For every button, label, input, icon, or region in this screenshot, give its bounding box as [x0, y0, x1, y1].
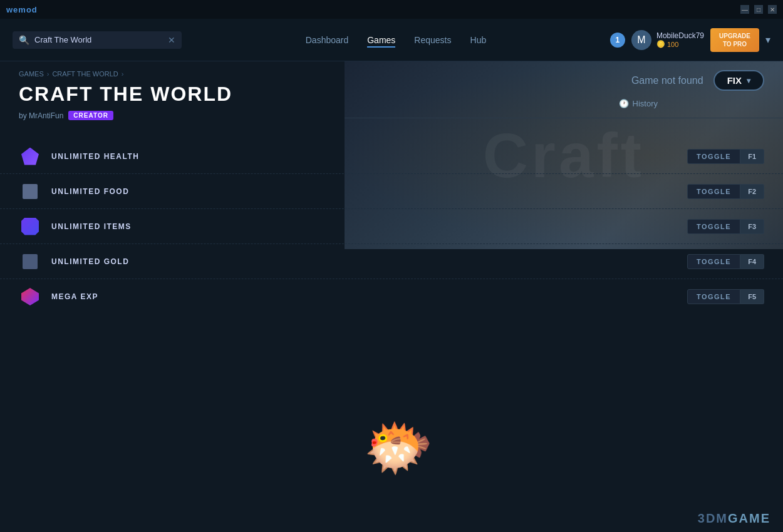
fix-chevron-icon: ▾ [747, 76, 750, 85]
content-area: Craft Game not found FIX ▾ 🕐 History GAM… [0, 61, 783, 532]
search-icon: 🔍 [19, 35, 29, 45]
app-logo: wemod [6, 5, 38, 14]
game-not-found-area: Game not found FIX ▾ [631, 70, 764, 91]
username: MobileDuck79 [656, 31, 704, 40]
window-controls: — □ ✕ [740, 5, 777, 14]
f2-key: F2 [740, 184, 764, 199]
avatar: M [631, 30, 651, 50]
header: 🔍 ✕ Dashboard Games Requests Hub 1 M Mob… [0, 19, 783, 61]
breadcrumb-sep-1: › [47, 70, 49, 78]
cheat-name-exp: MEGA EXP [51, 292, 706, 301]
toggle-label: TOGGLE [687, 149, 740, 164]
food-icon [19, 180, 41, 203]
toggle-label: TOGGLE [687, 184, 740, 199]
mascot-emoji: 🐡 [363, 419, 433, 476]
exp-keybind[interactable]: TOGGLE F5 [687, 289, 764, 304]
chevron-down-icon[interactable]: ▾ [765, 34, 770, 46]
gold-icon [19, 250, 41, 273]
items-icon [19, 215, 41, 238]
gold-keybind[interactable]: TOGGLE F4 [687, 254, 764, 269]
search-box[interactable]: 🔍 ✕ [13, 31, 182, 49]
f3-key: F3 [740, 219, 764, 234]
maximize-button[interactable]: □ [754, 5, 763, 14]
breadcrumb-games[interactable]: GAMES [19, 70, 44, 78]
toggle-label: TOGGLE [687, 254, 740, 269]
cheat-row-items: UNLIMITED ITEMS OFF TOGGLE F3 [0, 209, 783, 244]
health-keybind[interactable]: TOGGLE F1 [687, 149, 764, 164]
username-area: MobileDuck79 🪙 100 [656, 31, 704, 48]
coins-display: 🪙 100 [656, 40, 704, 48]
close-button[interactable]: ✕ [768, 5, 777, 14]
history-tab[interactable]: 🕐 History [619, 99, 658, 108]
nav-hub[interactable]: Hub [470, 33, 487, 48]
cheat-row-gold: UNLIMITED GOLD OFF TOGGLE F4 [0, 244, 783, 279]
cheat-row-food: UNLIMITED FOOD OFF TOGGLE F2 [0, 174, 783, 209]
minimize-button[interactable]: — [740, 5, 749, 14]
separator-line [345, 118, 783, 118]
cheat-name-gold: UNLIMITED GOLD [51, 257, 706, 266]
fix-button[interactable]: FIX ▾ [713, 70, 764, 91]
header-right: 1 M MobileDuck79 🪙 100 UPGRADE TO PRO ▾ [610, 28, 770, 52]
breadcrumb-current[interactable]: CRAFT THE WORLD [52, 70, 118, 78]
mascot-decoration: 🐡 [363, 419, 433, 476]
upgrade-button[interactable]: UPGRADE TO PRO [710, 28, 759, 52]
nav-requests[interactable]: Requests [414, 33, 451, 48]
exp-icon [19, 285, 41, 308]
titlebar: wemod — □ ✕ [0, 0, 783, 19]
creator-badge: CREATOR [68, 111, 113, 120]
nav-dashboard[interactable]: Dashboard [306, 33, 349, 48]
cheat-name-health: UNLIMITED HEALTH [51, 152, 706, 161]
history-icon: 🕐 [619, 99, 629, 108]
cheat-row-exp: MEGA EXP OFF TOGGLE F5 [0, 279, 783, 314]
f4-key: F4 [740, 254, 764, 269]
cheats-list: UNLIMITED HEALTH OFF TOGGLE F1 UNLIMITED… [0, 139, 783, 327]
nav-games[interactable]: Games [367, 33, 395, 48]
health-icon [19, 145, 41, 168]
author-line: by MrAntiFun CREATOR [19, 111, 764, 120]
toggle-label: TOGGLE [687, 219, 740, 234]
f1-key: F1 [740, 149, 764, 164]
cheat-name-items: UNLIMITED ITEMS [51, 222, 706, 231]
game-not-found-text: Game not found [631, 75, 703, 86]
f5-key: F5 [740, 289, 764, 304]
food-keybind[interactable]: TOGGLE F2 [687, 184, 764, 199]
toggle-label: TOGGLE [687, 289, 740, 304]
items-keybind[interactable]: TOGGLE F3 [687, 219, 764, 234]
notification-badge[interactable]: 1 [610, 33, 625, 48]
cheat-row-health: UNLIMITED HEALTH OFF TOGGLE F1 [0, 139, 783, 174]
cheat-name-food: UNLIMITED FOOD [51, 187, 706, 196]
breadcrumb-sep-2: › [122, 70, 124, 78]
nav-links: Dashboard Games Requests Hub [194, 33, 598, 48]
history-label: History [633, 99, 658, 108]
user-info: M MobileDuck79 🪙 100 [631, 30, 704, 50]
author-text: by MrAntiFun [19, 111, 63, 120]
search-input[interactable] [34, 35, 163, 44]
search-clear-icon[interactable]: ✕ [168, 35, 175, 45]
watermark: 3DMGAME [698, 511, 770, 526]
